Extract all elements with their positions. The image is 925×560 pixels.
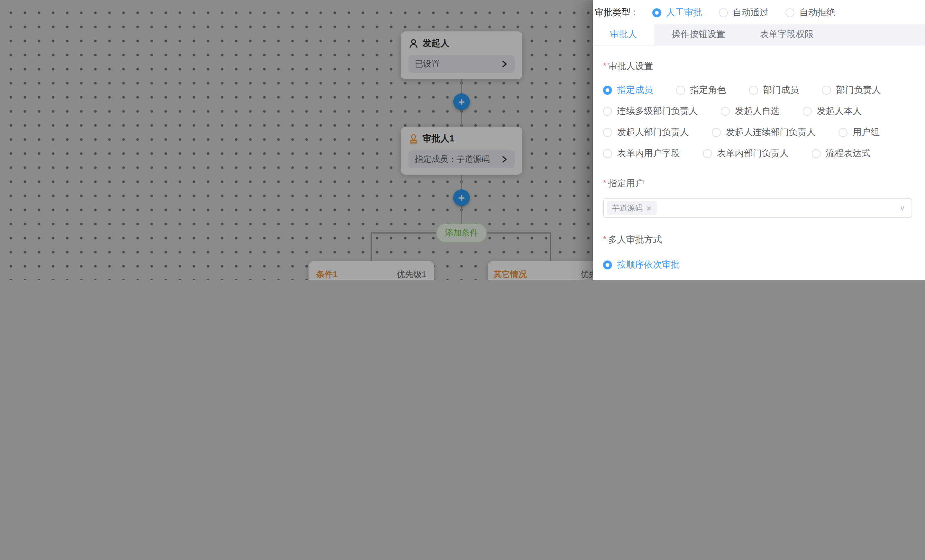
multi-approve-label: * 多人审批方式 xyxy=(603,234,912,247)
radio-control[interactable] xyxy=(676,86,685,95)
approval-config-drawer: 审批类型 : 人工审批 自动通过 自动拒绝 xyxy=(593,0,925,280)
radio-control[interactable] xyxy=(721,107,730,116)
required-asterisk: * xyxy=(603,61,606,71)
config-tab[interactable]: 操作按钮设置 xyxy=(654,24,743,45)
required-asterisk: * xyxy=(603,234,606,244)
approval-type-option[interactable]: 自动拒绝 xyxy=(785,7,835,18)
approver-setting-option[interactable]: 发起人自选 xyxy=(721,105,780,117)
approver-setting-option[interactable]: 部门成员 xyxy=(749,84,799,96)
radio-control[interactable] xyxy=(603,86,612,95)
drawer-content[interactable]: * 审批人设置 指定成员 指定角色 xyxy=(593,45,925,280)
radio-control[interactable] xyxy=(822,86,831,95)
radio-control[interactable] xyxy=(719,8,728,17)
remove-tag-icon[interactable]: × xyxy=(646,204,651,212)
user-select[interactable]: 芋道源码 × ∨ xyxy=(603,199,912,218)
approver-setting-option[interactable]: 发起人本人 xyxy=(803,105,862,117)
radio-control[interactable] xyxy=(812,149,821,158)
assign-user-label: * 指定用户 xyxy=(603,178,912,191)
approver-setting-option[interactable]: 部门负责人 xyxy=(822,84,881,96)
approver-setting-option[interactable]: 用户组 xyxy=(839,127,880,138)
approver-setting-option[interactable]: 发起人部门负责人 xyxy=(603,127,689,138)
approver-setting-option[interactable]: 连续多级部门负责人 xyxy=(603,105,698,117)
radio-control[interactable] xyxy=(652,8,661,17)
required-asterisk: * xyxy=(603,178,606,188)
radio-control[interactable] xyxy=(803,107,812,116)
approver-setting-option[interactable]: 发起人连续部门负责人 xyxy=(712,127,815,138)
approval-type-radio-group: 人工审批 自动通过 自动拒绝 xyxy=(636,7,835,18)
radio-control[interactable] xyxy=(603,128,612,137)
config-tab[interactable]: 审批人 xyxy=(593,24,654,45)
approver-setting-option[interactable]: 表单内部门负责人 xyxy=(703,148,789,160)
approval-type-option[interactable]: 自动通过 xyxy=(719,7,769,18)
selected-user-tag: 芋道源码 × xyxy=(607,201,657,215)
approver-setting-option[interactable]: 指定角色 xyxy=(676,84,726,96)
config-tab[interactable]: 表单字段权限 xyxy=(743,24,831,45)
radio-control[interactable] xyxy=(603,260,612,269)
config-tabs: 审批人 操作按钮设置 表单字段权限 xyxy=(593,24,925,45)
approver-setting-option[interactable]: 指定成员 xyxy=(603,84,653,96)
approval-type-row: 审批类型 : 人工审批 自动通过 自动拒绝 xyxy=(593,0,925,24)
approver-setting-option[interactable]: 流程表达式 xyxy=(812,148,871,160)
approver-setting-row: 发起人部门负责人 发起人连续部门负责人 用户组 xyxy=(603,126,912,139)
chevron-down-icon: ∨ xyxy=(899,203,905,212)
radio-control[interactable] xyxy=(703,149,712,158)
radio-control[interactable] xyxy=(839,128,848,137)
approver-setting-row: 连续多级部门负责人 发起人自选 发起人本人 xyxy=(603,105,912,118)
approver-setting-row: 指定成员 指定角色 部门成员 部门负责人 xyxy=(603,84,912,96)
approval-type-label: 审批类型 : xyxy=(595,7,636,18)
radio-control[interactable] xyxy=(749,86,758,95)
multi-approve-option[interactable]: 按顺序依次审批 xyxy=(603,255,912,275)
radio-control[interactable] xyxy=(603,107,612,116)
approver-setting-option[interactable]: 表单内用户字段 xyxy=(603,148,680,160)
radio-control[interactable] xyxy=(603,149,612,158)
approval-type-option[interactable]: 人工审批 xyxy=(652,7,702,18)
approver-setting-label: * 审批人设置 xyxy=(603,61,912,74)
multi-approve-option[interactable]: 会签（可同时审批，至少 % 人必须审批通过） xyxy=(603,275,912,280)
radio-control[interactable] xyxy=(712,128,721,137)
workflow-designer-app: + + + + + + + 发起人 已设置 xyxy=(0,0,925,280)
multi-approve-options: 按顺序依次审批 会签（可同时审批，至少 % 人必须审批通过） 或签(可同时审批，… xyxy=(603,255,912,280)
radio-control[interactable] xyxy=(785,8,794,17)
approver-setting-row: 表单内用户字段 表单内部门负责人 流程表达式 xyxy=(603,147,912,160)
